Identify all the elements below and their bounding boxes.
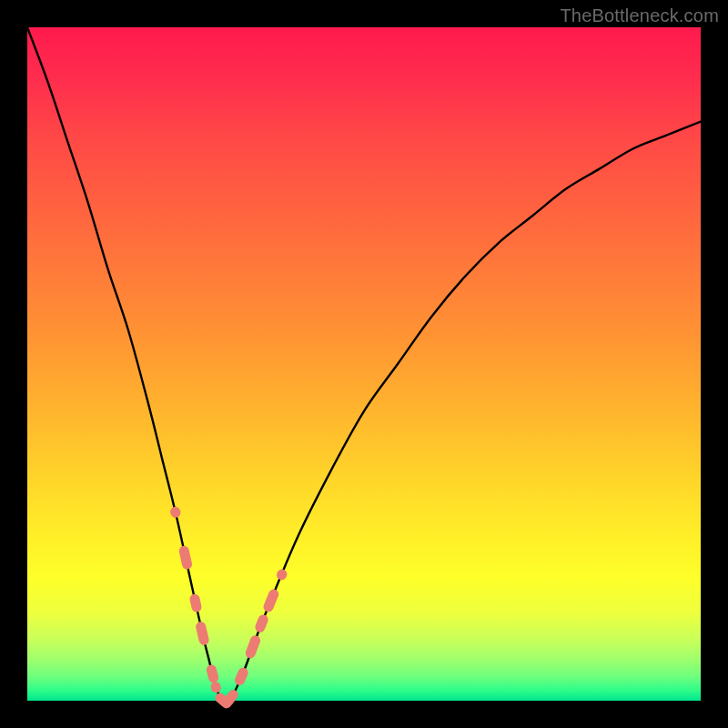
curve-marker [262,588,280,613]
curve-marker [244,634,261,660]
chart-frame: TheBottleneck.com [0,0,728,728]
curve-marker [254,613,269,634]
curve-marker [275,568,288,581]
curve-marker [169,506,181,519]
curve-marker [178,545,193,571]
watermark-text: TheBottleneck.com [560,5,719,26]
marker-group [169,506,288,711]
bottleneck-curve [27,27,701,703]
curve-marker [233,666,249,687]
curve-marker [188,593,202,613]
curve-layer [27,27,701,701]
curve-path [27,27,701,703]
curve-marker [206,663,220,683]
curve-marker [195,621,210,646]
curve-marker [209,681,222,694]
plot-area [27,27,701,701]
